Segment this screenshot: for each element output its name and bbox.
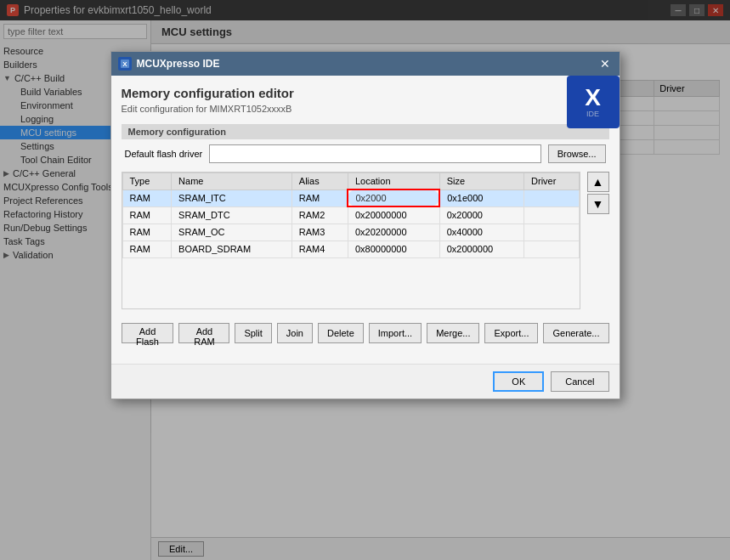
export-button[interactable]: Export... [484,323,538,343]
section-title: Memory configuration [122,124,609,139]
add-flash-button[interactable]: Add Flash [122,323,174,343]
th-location: Location [348,173,439,190]
add-ram-button[interactable]: Add RAM [178,323,229,343]
split-button[interactable]: Split [235,323,271,343]
dialog-table-body: RAMSRAM_ITCRAM0x20000x1e000RAMSRAM_DTCRA… [122,189,579,257]
dialog-title-text: MCUXpresso IDE [137,58,220,70]
flash-driver-input[interactable] [209,144,540,163]
dialog-body: X IDE Memory configuration editor Edit c… [111,76,620,364]
th-alias: Alias [291,173,348,190]
flash-driver-label: Default flash driver [125,149,203,159]
dialog-title-bar: X MCUXpresso IDE ✕ [111,52,620,76]
dialog-main-heading: Memory configuration editor [122,86,609,100]
dialog-icon: X [118,57,132,71]
dialog-sub-text: Edit configuration for MIMXRT1052xxxxB [122,104,609,114]
table-scroll[interactable]: Type Name Alias Location Size Driver [122,173,580,308]
move-up-button[interactable]: ▲ [587,172,609,192]
flash-driver-row: Default flash driver Browse... [122,144,609,163]
browse-button[interactable]: Browse... [548,144,606,163]
merge-button[interactable]: Merge... [427,323,479,343]
table-container: Type Name Alias Location Size Driver [122,172,580,309]
th-name: Name [172,173,292,190]
dialog-table-row[interactable]: RAMSRAM_OCRAM30x202000000x40000 [122,223,579,240]
table-area: Type Name Alias Location Size Driver [122,172,609,316]
th-driver: Driver [524,173,579,190]
table-main: Type Name Alias Location Size Driver [122,172,580,316]
dialog-table-row[interactable]: RAMSRAM_DTCRAM20x200000000x20000 [122,206,579,223]
logo-x: X [585,86,601,110]
th-type: Type [122,173,172,190]
delete-button[interactable]: Delete [318,323,364,343]
th-size: Size [439,173,523,190]
move-down-button[interactable]: ▼ [587,194,609,214]
action-buttons: Add Flash Add RAM Split Join Delete Impo… [122,323,609,343]
ok-button[interactable]: OK [493,371,544,392]
memory-config-dialog: X MCUXpresso IDE ✕ X IDE Memory configur… [110,51,620,399]
import-button[interactable]: Import... [369,323,422,343]
dialog-table-row[interactable]: RAMSRAM_ITCRAM0x20000x1e000 [122,189,579,206]
generate-button[interactable]: Generate... [543,323,608,343]
join-button[interactable]: Join [277,323,313,343]
dialog-logo: X IDE [567,76,620,128]
cancel-button[interactable]: Cancel [551,371,608,392]
dialog-close-button[interactable]: ✕ [597,57,613,71]
memory-table: Type Name Alias Location Size Driver [122,173,580,258]
dialog-footer: OK Cancel [111,364,620,399]
logo-ide: IDE [586,110,599,118]
dialog-table-row[interactable]: RAMBOARD_SDRAMRAM40x800000000x2000000 [122,240,579,257]
dialog-title-left: X MCUXpresso IDE [118,57,220,71]
side-buttons: ▲ ▼ [587,172,609,316]
dialog-overlay: X MCUXpresso IDE ✕ X IDE Memory configur… [0,0,730,560]
svg-text:X: X [122,60,127,68]
